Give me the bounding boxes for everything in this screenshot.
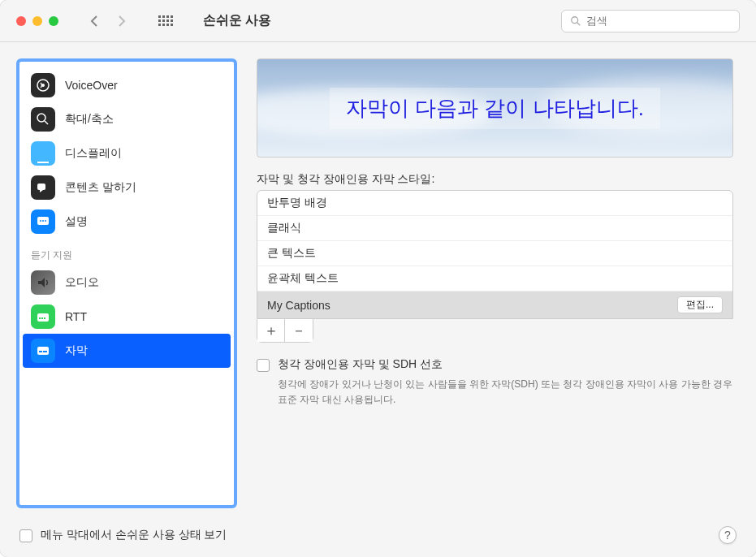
rtt-icon [31,304,55,329]
svg-rect-12 [39,317,41,319]
voiceover-icon [31,73,55,97]
search-input[interactable] [586,15,731,27]
style-name: 클래식 [267,221,301,235]
sidebar-section-hearing: 듣기 지원 [23,239,231,266]
svg-point-4 [37,114,45,122]
sidebar-item-label: 자막 [65,343,88,358]
svg-rect-17 [43,351,47,352]
style-list: 반투명 배경 클래식 큰 텍스트 윤곽체 텍스트 My Captions 편집.… [257,190,733,319]
display-icon [31,141,55,166]
style-name: 윤곽체 텍스트 [267,271,339,286]
footer: 메뉴 막대에서 손쉬운 사용 상태 보기 ? [0,518,756,557]
svg-line-5 [45,121,48,124]
svg-rect-13 [41,317,43,319]
caption-preview: 자막이 다음과 같이 나타납니다. [257,58,733,158]
sidebar-item-voiceover[interactable]: VoiceOver [23,68,231,102]
sidebar-item-captions[interactable]: 자막 [23,334,231,368]
sidebar-item-audio[interactable]: 오디오 [23,266,231,300]
svg-point-10 [45,220,46,222]
sidebar-item-display[interactable]: 디스플레이 [23,136,231,171]
style-row[interactable]: 반투명 배경 [257,191,732,216]
window-title: 손쉬운 사용 [203,12,271,29]
sidebar-item-zoom[interactable]: 확대/축소 [23,102,231,136]
search-field[interactable] [561,10,740,32]
audio-icon [31,270,55,295]
help-button[interactable]: ? [719,526,737,544]
sidebar-item-label: VoiceOver [65,79,118,92]
svg-line-1 [577,22,581,25]
svg-point-0 [572,16,578,23]
svg-rect-14 [44,317,45,319]
add-style-button[interactable]: ＋ [257,319,285,342]
maximize-window-button[interactable] [49,16,58,26]
sidebar: VoiceOver 확대/축소 디스플레이 콘텐츠 말하기 [16,58,237,508]
sidebar-item-label: 디스플레이 [65,146,122,161]
sidebar-item-label: 오디오 [65,275,99,290]
speech-icon [31,175,55,200]
sidebar-item-label: RTT [65,310,87,323]
styles-label: 자막 및 청각 장애인용 자막 스타일: [257,172,733,187]
prefer-sdh-label: 청각 장애인용 자막 및 SDH 선호 [278,357,733,372]
svg-rect-16 [39,351,42,352]
back-button[interactable] [81,10,107,32]
list-toolbar: ＋ － [257,319,313,343]
zoom-icon [31,107,55,132]
style-name: 반투명 배경 [267,196,327,210]
sidebar-item-rtt[interactable]: RTT [23,300,231,334]
sidebar-item-label: 확대/축소 [65,112,114,127]
style-name: 큰 텍스트 [267,246,316,261]
sidebar-item-label: 설명 [65,214,88,229]
style-row[interactable]: 클래식 [257,216,732,241]
sidebar-item-descriptions[interactable]: 설명 [23,205,231,239]
minimize-window-button[interactable] [32,16,42,26]
style-name: My Captions [267,299,330,312]
svg-point-3 [41,84,45,87]
prefer-sdh-row: 청각 장애인용 자막 및 SDH 선호 청각에 장애가 있거나 난청이 있는 사… [257,357,733,408]
menubar-status-checkbox[interactable] [19,529,32,542]
main-content: 자막이 다음과 같이 나타납니다. 자막 및 청각 장애인용 자막 스타일: 반… [257,58,740,508]
style-row[interactable]: 큰 텍스트 [257,241,732,266]
sidebar-item-speech[interactable]: 콘텐츠 말하기 [23,171,231,205]
captions-icon [31,339,55,363]
descriptions-icon [31,209,55,234]
close-window-button[interactable] [16,16,26,26]
prefer-sdh-description: 청각에 장애가 있거나 난청이 있는 사람들을 위한 자막(SDH) 또는 청각… [278,377,733,408]
remove-style-button[interactable]: － [285,319,313,342]
style-row[interactable]: 윤곽체 텍스트 [257,266,732,291]
search-icon [570,15,581,27]
svg-rect-6 [37,184,45,190]
sidebar-item-label: 콘텐츠 말하기 [65,180,136,195]
style-row[interactable]: My Captions 편집... [257,291,732,318]
menubar-status-label: 메뉴 막대에서 손쉬운 사용 상태 보기 [41,528,227,542]
svg-point-8 [40,220,41,222]
forward-button[interactable] [109,10,135,32]
show-all-button[interactable] [153,10,179,32]
caption-preview-text: 자막이 다음과 같이 나타납니다. [330,88,660,129]
svg-point-9 [42,220,44,222]
edit-style-button[interactable]: 편집... [677,296,723,313]
titlebar: 손쉬운 사용 [0,0,756,42]
prefer-sdh-checkbox[interactable] [257,359,270,372]
